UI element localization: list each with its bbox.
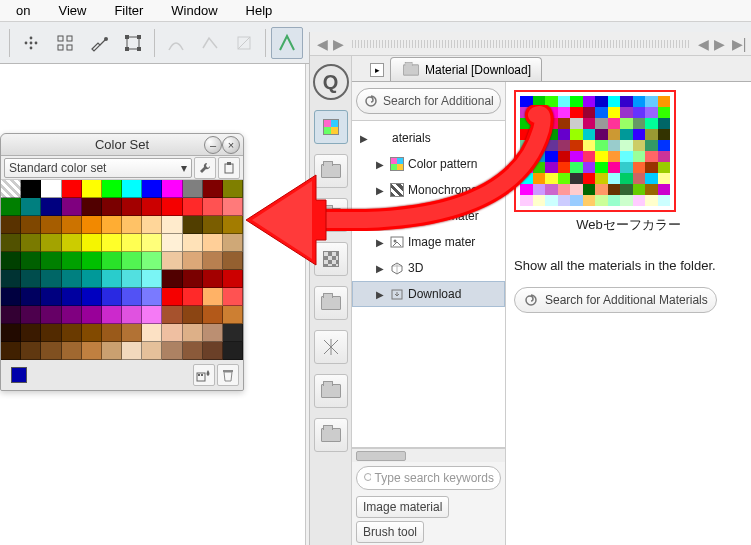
color-swatch[interactable] (102, 216, 122, 234)
search-more-button[interactable]: Search for Additional Materials (514, 287, 717, 313)
color-swatch[interactable] (21, 288, 41, 306)
color-swatch[interactable] (1, 324, 21, 342)
filter-tag[interactable]: Image material (356, 496, 449, 518)
color-swatch[interactable] (122, 288, 142, 306)
color-swatch[interactable] (102, 270, 122, 288)
tree-item[interactable]: ▶Monochroma (352, 177, 505, 203)
color-swatch[interactable] (122, 270, 142, 288)
color-swatch[interactable] (41, 270, 61, 288)
color-swatch[interactable] (203, 324, 223, 342)
color-swatch[interactable] (21, 198, 41, 216)
color-swatch[interactable] (1, 216, 21, 234)
color-swatch[interactable] (203, 252, 223, 270)
expand-icon[interactable]: ▶ (376, 185, 386, 196)
color-swatch[interactable] (162, 324, 182, 342)
eyedropper-duo-icon[interactable] (83, 27, 115, 59)
color-swatch[interactable] (1, 270, 21, 288)
clipboard-icon[interactable] (218, 157, 240, 179)
color-swatch[interactable] (142, 342, 162, 360)
color-swatch[interactable] (41, 180, 61, 198)
current-color-swatch[interactable] (11, 367, 27, 383)
color-swatch[interactable] (223, 270, 243, 288)
color-swatch[interactable] (21, 216, 41, 234)
color-swatch[interactable] (1, 180, 21, 198)
color-swatch[interactable] (162, 306, 182, 324)
color-swatch[interactable] (41, 288, 61, 306)
color-swatch[interactable] (21, 252, 41, 270)
color-swatch[interactable] (183, 342, 203, 360)
color-swatch[interactable] (62, 252, 82, 270)
color-swatch[interactable] (142, 234, 162, 252)
color-swatch[interactable] (183, 324, 203, 342)
color-swatch[interactable] (82, 270, 102, 288)
color-swatch[interactable] (1, 198, 21, 216)
color-swatch[interactable] (203, 270, 223, 288)
color-swatch[interactable] (82, 306, 102, 324)
expand-icon[interactable]: ▶ (360, 133, 370, 144)
expand-icon[interactable]: ▶ (376, 237, 386, 248)
color-swatch[interactable] (203, 342, 223, 360)
color-swatch[interactable] (102, 180, 122, 198)
color-swatch[interactable] (82, 234, 102, 252)
color-set-dropdown[interactable]: Standard color set ▾ (4, 158, 192, 178)
color-swatch[interactable] (203, 288, 223, 306)
expand-icon[interactable]: ▶ (376, 159, 386, 170)
tree-item[interactable]: ▶Download (352, 281, 505, 307)
color-swatch[interactable] (183, 306, 203, 324)
color-swatch[interactable] (41, 198, 61, 216)
tree-item[interactable]: ▶Color pattern (352, 151, 505, 177)
curve3-icon[interactable] (228, 27, 260, 59)
color-swatch[interactable] (62, 234, 82, 252)
close-icon[interactable]: × (222, 136, 240, 154)
color-swatch[interactable] (142, 216, 162, 234)
color-swatch[interactable] (1, 288, 21, 306)
menu-item-window[interactable]: Window (157, 0, 231, 21)
color-swatch[interactable] (183, 234, 203, 252)
color-swatch[interactable] (122, 216, 142, 234)
color-swatch[interactable] (122, 306, 142, 324)
color-swatch[interactable] (41, 306, 61, 324)
color-swatch[interactable] (62, 306, 82, 324)
color-swatch[interactable] (62, 288, 82, 306)
filter-tag[interactable]: Brush tool (356, 521, 424, 543)
color-swatch[interactable] (142, 306, 162, 324)
panel-titlebar[interactable]: Color Set – × (1, 134, 243, 156)
color-swatch[interactable] (183, 216, 203, 234)
color-swatch[interactable] (142, 252, 162, 270)
color-swatch[interactable] (62, 216, 82, 234)
tree-scrollbar[interactable] (352, 448, 505, 462)
expand-icon[interactable]: ▶ (376, 211, 386, 222)
color-swatch[interactable] (62, 198, 82, 216)
color-swatch[interactable] (162, 270, 182, 288)
color-swatch[interactable] (162, 180, 182, 198)
palette-drop-icon[interactable] (193, 364, 215, 386)
dock-end-icon[interactable]: ▶| (731, 36, 747, 52)
expand-icon[interactable]: ▶ (376, 263, 386, 274)
dock-prev2-icon[interactable]: ◀ (695, 36, 711, 52)
color-swatch[interactable] (142, 324, 162, 342)
color-swatch[interactable] (223, 306, 243, 324)
keyword-search-input[interactable]: Type search keywords (356, 466, 501, 490)
symmetry-icon[interactable] (49, 27, 81, 59)
color-swatch[interactable] (21, 270, 41, 288)
color-swatch[interactable] (21, 306, 41, 324)
color-swatch[interactable] (41, 216, 61, 234)
color-swatch[interactable] (1, 342, 21, 360)
menu-item[interactable]: on (2, 0, 44, 21)
color-swatch[interactable] (183, 198, 203, 216)
expand-icon[interactable]: ▶ (376, 289, 386, 300)
tree-item[interactable]: ▶3D (352, 255, 505, 281)
color-swatch[interactable] (122, 234, 142, 252)
color-swatch[interactable] (62, 342, 82, 360)
menu-item-help[interactable]: Help (232, 0, 287, 21)
align-center-icon[interactable] (15, 27, 47, 59)
trash-icon[interactable] (217, 364, 239, 386)
color-swatch[interactable] (122, 324, 142, 342)
material-tab[interactable]: Material [Download] (390, 57, 542, 81)
color-swatch[interactable] (62, 180, 82, 198)
color-swatch[interactable] (162, 198, 182, 216)
dock-next2-icon[interactable]: ▶ (711, 36, 727, 52)
color-swatch[interactable] (142, 180, 162, 198)
color-swatch[interactable] (142, 288, 162, 306)
color-swatch[interactable] (102, 234, 122, 252)
